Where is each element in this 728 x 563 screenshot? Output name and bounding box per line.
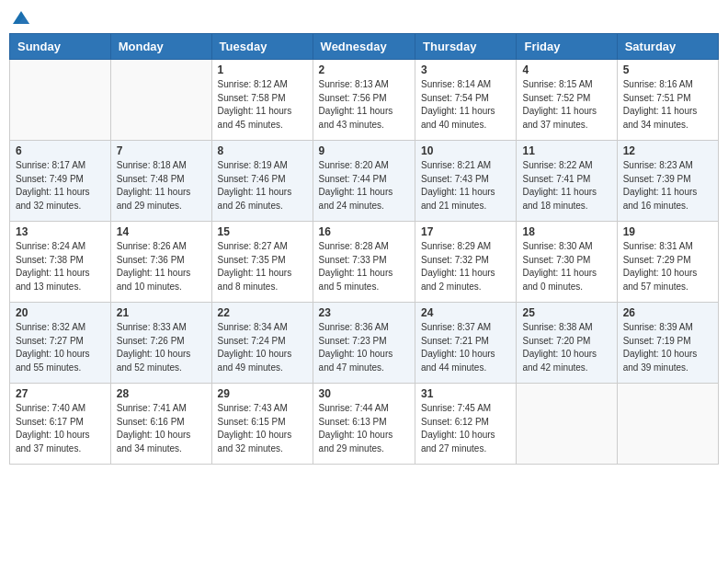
day-cell: 24Sunrise: 8:37 AM Sunset: 7:21 PM Dayli… (415, 303, 517, 384)
weekday-header-sunday: Sunday (10, 34, 111, 60)
day-cell: 19Sunrise: 8:31 AM Sunset: 7:29 PM Dayli… (617, 222, 718, 303)
day-info: Sunrise: 8:33 AM Sunset: 7:26 PM Dayligh… (117, 321, 206, 374)
day-number: 9 (319, 144, 409, 157)
day-number: 20 (16, 306, 105, 319)
weekday-header-wednesday: Wednesday (313, 34, 415, 60)
logo-icon (11, 9, 31, 26)
day-info: Sunrise: 8:16 AM Sunset: 7:51 PM Dayligh… (623, 78, 712, 132)
day-info: Sunrise: 8:22 AM Sunset: 7:41 PM Dayligh… (522, 159, 610, 213)
weekday-header-friday: Friday (517, 34, 617, 60)
day-info: Sunrise: 8:39 AM Sunset: 7:19 PM Dayligh… (623, 321, 712, 374)
day-cell: 8Sunrise: 8:19 AM Sunset: 7:46 PM Daylig… (211, 141, 313, 222)
day-number: 31 (421, 387, 510, 400)
day-cell: 14Sunrise: 8:26 AM Sunset: 7:36 PM Dayli… (110, 222, 211, 303)
day-number: 13 (16, 225, 105, 238)
day-info: Sunrise: 8:30 AM Sunset: 7:30 PM Dayligh… (522, 240, 610, 293)
week-row-4: 20Sunrise: 8:32 AM Sunset: 7:27 PM Dayli… (10, 303, 719, 384)
day-cell: 30Sunrise: 7:44 AM Sunset: 6:13 PM Dayli… (313, 384, 415, 465)
day-cell: 28Sunrise: 7:41 AM Sunset: 6:16 PM Dayli… (110, 384, 211, 465)
day-number: 15 (218, 225, 307, 238)
week-row-2: 6Sunrise: 8:17 AM Sunset: 7:49 PM Daylig… (10, 141, 719, 222)
day-cell: 16Sunrise: 8:28 AM Sunset: 7:33 PM Dayli… (313, 222, 415, 303)
day-number: 2 (319, 63, 409, 76)
day-info: Sunrise: 8:32 AM Sunset: 7:27 PM Dayligh… (16, 321, 105, 374)
day-info: Sunrise: 8:27 AM Sunset: 7:35 PM Dayligh… (218, 240, 307, 293)
day-cell: 6Sunrise: 8:17 AM Sunset: 7:49 PM Daylig… (10, 141, 111, 222)
day-number: 25 (522, 306, 610, 319)
day-cell (617, 384, 718, 465)
day-cell: 12Sunrise: 8:23 AM Sunset: 7:39 PM Dayli… (617, 141, 718, 222)
day-number: 24 (421, 306, 510, 319)
day-info: Sunrise: 8:24 AM Sunset: 7:38 PM Dayligh… (16, 240, 105, 293)
day-info: Sunrise: 8:37 AM Sunset: 7:21 PM Dayligh… (421, 321, 510, 374)
weekday-header-saturday: Saturday (617, 34, 718, 60)
day-info: Sunrise: 7:43 AM Sunset: 6:15 PM Dayligh… (218, 402, 307, 455)
day-number: 23 (319, 306, 409, 319)
day-cell: 22Sunrise: 8:34 AM Sunset: 7:24 PM Dayli… (211, 303, 313, 384)
day-number: 7 (117, 144, 206, 157)
day-number: 5 (623, 63, 712, 76)
day-cell: 21Sunrise: 8:33 AM Sunset: 7:26 PM Dayli… (110, 303, 211, 384)
day-cell (10, 60, 111, 141)
day-number: 28 (117, 387, 206, 400)
day-info: Sunrise: 8:31 AM Sunset: 7:29 PM Dayligh… (623, 240, 712, 293)
day-info: Sunrise: 7:45 AM Sunset: 6:12 PM Dayligh… (421, 402, 510, 455)
day-info: Sunrise: 8:28 AM Sunset: 7:33 PM Dayligh… (319, 240, 409, 293)
day-cell: 31Sunrise: 7:45 AM Sunset: 6:12 PM Dayli… (415, 384, 517, 465)
day-number: 4 (522, 63, 610, 76)
day-info: Sunrise: 8:38 AM Sunset: 7:20 PM Dayligh… (522, 321, 610, 374)
day-info: Sunrise: 7:44 AM Sunset: 6:13 PM Dayligh… (319, 402, 409, 455)
day-info: Sunrise: 8:12 AM Sunset: 7:58 PM Dayligh… (218, 78, 307, 132)
day-number: 29 (218, 387, 307, 400)
day-info: Sunrise: 8:17 AM Sunset: 7:49 PM Dayligh… (16, 159, 105, 213)
day-info: Sunrise: 8:23 AM Sunset: 7:39 PM Dayligh… (623, 159, 712, 213)
day-number: 26 (623, 306, 712, 319)
day-cell: 25Sunrise: 8:38 AM Sunset: 7:20 PM Dayli… (517, 303, 617, 384)
day-number: 19 (623, 225, 712, 238)
day-number: 18 (522, 225, 610, 238)
day-cell: 27Sunrise: 7:40 AM Sunset: 6:17 PM Dayli… (10, 384, 111, 465)
day-info: Sunrise: 7:40 AM Sunset: 6:17 PM Dayligh… (16, 402, 105, 455)
day-number: 3 (421, 63, 510, 76)
day-cell: 17Sunrise: 8:29 AM Sunset: 7:32 PM Dayli… (415, 222, 517, 303)
logo (9, 9, 31, 26)
day-info: Sunrise: 8:21 AM Sunset: 7:43 PM Dayligh… (421, 159, 510, 213)
day-cell: 5Sunrise: 8:16 AM Sunset: 7:51 PM Daylig… (617, 60, 718, 141)
day-number: 8 (218, 144, 307, 157)
day-info: Sunrise: 8:15 AM Sunset: 7:52 PM Dayligh… (522, 78, 610, 132)
day-number: 14 (117, 225, 206, 238)
day-cell: 26Sunrise: 8:39 AM Sunset: 7:19 PM Dayli… (617, 303, 718, 384)
day-info: Sunrise: 8:19 AM Sunset: 7:46 PM Dayligh… (218, 159, 307, 213)
day-number: 1 (218, 63, 307, 76)
day-info: Sunrise: 8:34 AM Sunset: 7:24 PM Dayligh… (218, 321, 307, 374)
day-cell: 15Sunrise: 8:27 AM Sunset: 7:35 PM Dayli… (211, 222, 313, 303)
day-number: 10 (421, 144, 510, 157)
day-cell: 2Sunrise: 8:13 AM Sunset: 7:56 PM Daylig… (313, 60, 415, 141)
day-cell (517, 384, 617, 465)
weekday-header-monday: Monday (110, 34, 211, 60)
week-row-1: 1Sunrise: 8:12 AM Sunset: 7:58 PM Daylig… (10, 60, 719, 141)
day-cell: 7Sunrise: 8:18 AM Sunset: 7:48 PM Daylig… (110, 141, 211, 222)
day-cell: 23Sunrise: 8:36 AM Sunset: 7:23 PM Dayli… (313, 303, 415, 384)
day-info: Sunrise: 8:20 AM Sunset: 7:44 PM Dayligh… (319, 159, 409, 213)
day-info: Sunrise: 8:26 AM Sunset: 7:36 PM Dayligh… (117, 240, 206, 293)
weekday-header-row: SundayMondayTuesdayWednesdayThursdayFrid… (10, 34, 719, 60)
week-row-3: 13Sunrise: 8:24 AM Sunset: 7:38 PM Dayli… (10, 222, 719, 303)
day-info: Sunrise: 7:41 AM Sunset: 6:16 PM Dayligh… (117, 402, 206, 455)
day-number: 16 (319, 225, 409, 238)
day-number: 27 (16, 387, 105, 400)
page-header (9, 9, 719, 26)
day-cell: 11Sunrise: 8:22 AM Sunset: 7:41 PM Dayli… (517, 141, 617, 222)
day-cell: 29Sunrise: 7:43 AM Sunset: 6:15 PM Dayli… (211, 384, 313, 465)
day-cell: 13Sunrise: 8:24 AM Sunset: 7:38 PM Dayli… (10, 222, 111, 303)
day-cell: 20Sunrise: 8:32 AM Sunset: 7:27 PM Dayli… (10, 303, 111, 384)
day-info: Sunrise: 8:36 AM Sunset: 7:23 PM Dayligh… (319, 321, 409, 374)
day-info: Sunrise: 8:29 AM Sunset: 7:32 PM Dayligh… (421, 240, 510, 293)
day-cell (110, 60, 211, 141)
day-number: 21 (117, 306, 206, 319)
day-number: 6 (16, 144, 105, 157)
day-cell: 10Sunrise: 8:21 AM Sunset: 7:43 PM Dayli… (415, 141, 517, 222)
weekday-header-tuesday: Tuesday (211, 34, 313, 60)
day-cell: 1Sunrise: 8:12 AM Sunset: 7:58 PM Daylig… (211, 60, 313, 141)
weekday-header-thursday: Thursday (415, 34, 517, 60)
